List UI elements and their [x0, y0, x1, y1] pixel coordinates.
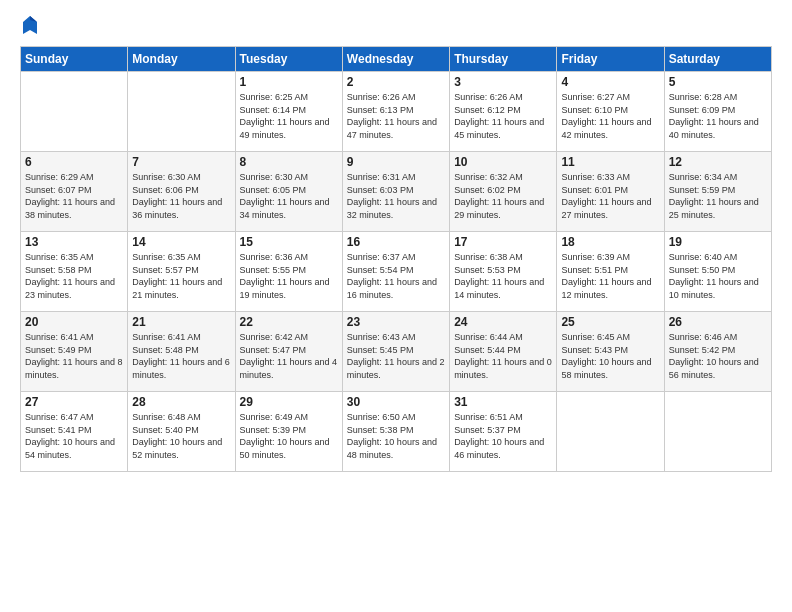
calendar-cell	[128, 72, 235, 152]
day-info: Sunrise: 6:45 AMSunset: 5:43 PMDaylight:…	[561, 332, 651, 380]
calendar-cell: 20Sunrise: 6:41 AMSunset: 5:49 PMDayligh…	[21, 312, 128, 392]
day-info: Sunrise: 6:43 AMSunset: 5:45 PMDaylight:…	[347, 332, 445, 380]
calendar-cell	[664, 392, 771, 472]
calendar-cell: 19Sunrise: 6:40 AMSunset: 5:50 PMDayligh…	[664, 232, 771, 312]
day-info: Sunrise: 6:26 AMSunset: 6:12 PMDaylight:…	[454, 92, 544, 140]
day-info: Sunrise: 6:41 AMSunset: 5:48 PMDaylight:…	[132, 332, 230, 380]
day-number: 17	[454, 235, 552, 249]
week-row-3: 20Sunrise: 6:41 AMSunset: 5:49 PMDayligh…	[21, 312, 772, 392]
calendar-cell: 15Sunrise: 6:36 AMSunset: 5:55 PMDayligh…	[235, 232, 342, 312]
day-info: Sunrise: 6:35 AMSunset: 5:57 PMDaylight:…	[132, 252, 222, 300]
day-number: 19	[669, 235, 767, 249]
day-number: 28	[132, 395, 230, 409]
calendar-table: SundayMondayTuesdayWednesdayThursdayFrid…	[20, 46, 772, 472]
day-number: 15	[240, 235, 338, 249]
day-info: Sunrise: 6:40 AMSunset: 5:50 PMDaylight:…	[669, 252, 759, 300]
calendar-cell: 5Sunrise: 6:28 AMSunset: 6:09 PMDaylight…	[664, 72, 771, 152]
calendar-cell: 11Sunrise: 6:33 AMSunset: 6:01 PMDayligh…	[557, 152, 664, 232]
day-number: 2	[347, 75, 445, 89]
calendar-cell: 16Sunrise: 6:37 AMSunset: 5:54 PMDayligh…	[342, 232, 449, 312]
logo	[20, 16, 39, 36]
day-info: Sunrise: 6:31 AMSunset: 6:03 PMDaylight:…	[347, 172, 437, 220]
header	[20, 16, 772, 36]
weekday-header-row: SundayMondayTuesdayWednesdayThursdayFrid…	[21, 47, 772, 72]
day-number: 23	[347, 315, 445, 329]
calendar-cell: 21Sunrise: 6:41 AMSunset: 5:48 PMDayligh…	[128, 312, 235, 392]
day-info: Sunrise: 6:47 AMSunset: 5:41 PMDaylight:…	[25, 412, 115, 460]
day-number: 14	[132, 235, 230, 249]
logo-icon	[21, 14, 39, 36]
calendar-cell: 4Sunrise: 6:27 AMSunset: 6:10 PMDaylight…	[557, 72, 664, 152]
day-number: 18	[561, 235, 659, 249]
calendar-cell: 6Sunrise: 6:29 AMSunset: 6:07 PMDaylight…	[21, 152, 128, 232]
calendar-cell: 24Sunrise: 6:44 AMSunset: 5:44 PMDayligh…	[450, 312, 557, 392]
day-info: Sunrise: 6:27 AMSunset: 6:10 PMDaylight:…	[561, 92, 651, 140]
day-number: 24	[454, 315, 552, 329]
calendar-cell	[21, 72, 128, 152]
week-row-2: 13Sunrise: 6:35 AMSunset: 5:58 PMDayligh…	[21, 232, 772, 312]
calendar-cell: 26Sunrise: 6:46 AMSunset: 5:42 PMDayligh…	[664, 312, 771, 392]
day-number: 16	[347, 235, 445, 249]
day-info: Sunrise: 6:30 AMSunset: 6:05 PMDaylight:…	[240, 172, 330, 220]
day-info: Sunrise: 6:35 AMSunset: 5:58 PMDaylight:…	[25, 252, 115, 300]
calendar-cell: 27Sunrise: 6:47 AMSunset: 5:41 PMDayligh…	[21, 392, 128, 472]
day-number: 10	[454, 155, 552, 169]
calendar-cell: 7Sunrise: 6:30 AMSunset: 6:06 PMDaylight…	[128, 152, 235, 232]
weekday-thursday: Thursday	[450, 47, 557, 72]
day-number: 8	[240, 155, 338, 169]
day-info: Sunrise: 6:33 AMSunset: 6:01 PMDaylight:…	[561, 172, 651, 220]
day-number: 12	[669, 155, 767, 169]
day-info: Sunrise: 6:29 AMSunset: 6:07 PMDaylight:…	[25, 172, 115, 220]
day-number: 5	[669, 75, 767, 89]
calendar-cell: 2Sunrise: 6:26 AMSunset: 6:13 PMDaylight…	[342, 72, 449, 152]
day-info: Sunrise: 6:41 AMSunset: 5:49 PMDaylight:…	[25, 332, 123, 380]
day-info: Sunrise: 6:48 AMSunset: 5:40 PMDaylight:…	[132, 412, 222, 460]
day-info: Sunrise: 6:44 AMSunset: 5:44 PMDaylight:…	[454, 332, 552, 380]
day-number: 11	[561, 155, 659, 169]
page: SundayMondayTuesdayWednesdayThursdayFrid…	[0, 0, 792, 612]
calendar-cell: 31Sunrise: 6:51 AMSunset: 5:37 PMDayligh…	[450, 392, 557, 472]
day-number: 4	[561, 75, 659, 89]
calendar-cell: 14Sunrise: 6:35 AMSunset: 5:57 PMDayligh…	[128, 232, 235, 312]
week-row-4: 27Sunrise: 6:47 AMSunset: 5:41 PMDayligh…	[21, 392, 772, 472]
day-info: Sunrise: 6:49 AMSunset: 5:39 PMDaylight:…	[240, 412, 330, 460]
day-info: Sunrise: 6:25 AMSunset: 6:14 PMDaylight:…	[240, 92, 330, 140]
day-number: 30	[347, 395, 445, 409]
calendar-cell: 29Sunrise: 6:49 AMSunset: 5:39 PMDayligh…	[235, 392, 342, 472]
day-info: Sunrise: 6:38 AMSunset: 5:53 PMDaylight:…	[454, 252, 544, 300]
day-number: 13	[25, 235, 123, 249]
day-number: 22	[240, 315, 338, 329]
day-number: 25	[561, 315, 659, 329]
calendar-cell: 1Sunrise: 6:25 AMSunset: 6:14 PMDaylight…	[235, 72, 342, 152]
day-number: 27	[25, 395, 123, 409]
day-info: Sunrise: 6:30 AMSunset: 6:06 PMDaylight:…	[132, 172, 222, 220]
calendar-cell: 28Sunrise: 6:48 AMSunset: 5:40 PMDayligh…	[128, 392, 235, 472]
day-info: Sunrise: 6:46 AMSunset: 5:42 PMDaylight:…	[669, 332, 759, 380]
day-number: 1	[240, 75, 338, 89]
day-number: 7	[132, 155, 230, 169]
weekday-tuesday: Tuesday	[235, 47, 342, 72]
day-info: Sunrise: 6:37 AMSunset: 5:54 PMDaylight:…	[347, 252, 437, 300]
week-row-0: 1Sunrise: 6:25 AMSunset: 6:14 PMDaylight…	[21, 72, 772, 152]
day-info: Sunrise: 6:42 AMSunset: 5:47 PMDaylight:…	[240, 332, 338, 380]
day-number: 26	[669, 315, 767, 329]
day-info: Sunrise: 6:34 AMSunset: 5:59 PMDaylight:…	[669, 172, 759, 220]
day-number: 20	[25, 315, 123, 329]
day-number: 31	[454, 395, 552, 409]
calendar-cell: 30Sunrise: 6:50 AMSunset: 5:38 PMDayligh…	[342, 392, 449, 472]
weekday-wednesday: Wednesday	[342, 47, 449, 72]
calendar-cell: 25Sunrise: 6:45 AMSunset: 5:43 PMDayligh…	[557, 312, 664, 392]
day-number: 3	[454, 75, 552, 89]
day-info: Sunrise: 6:28 AMSunset: 6:09 PMDaylight:…	[669, 92, 759, 140]
day-number: 29	[240, 395, 338, 409]
day-number: 21	[132, 315, 230, 329]
day-info: Sunrise: 6:50 AMSunset: 5:38 PMDaylight:…	[347, 412, 437, 460]
calendar-cell: 23Sunrise: 6:43 AMSunset: 5:45 PMDayligh…	[342, 312, 449, 392]
day-number: 9	[347, 155, 445, 169]
day-info: Sunrise: 6:36 AMSunset: 5:55 PMDaylight:…	[240, 252, 330, 300]
calendar-cell: 12Sunrise: 6:34 AMSunset: 5:59 PMDayligh…	[664, 152, 771, 232]
day-info: Sunrise: 6:26 AMSunset: 6:13 PMDaylight:…	[347, 92, 437, 140]
day-info: Sunrise: 6:39 AMSunset: 5:51 PMDaylight:…	[561, 252, 651, 300]
calendar-cell	[557, 392, 664, 472]
calendar-cell: 3Sunrise: 6:26 AMSunset: 6:12 PMDaylight…	[450, 72, 557, 152]
